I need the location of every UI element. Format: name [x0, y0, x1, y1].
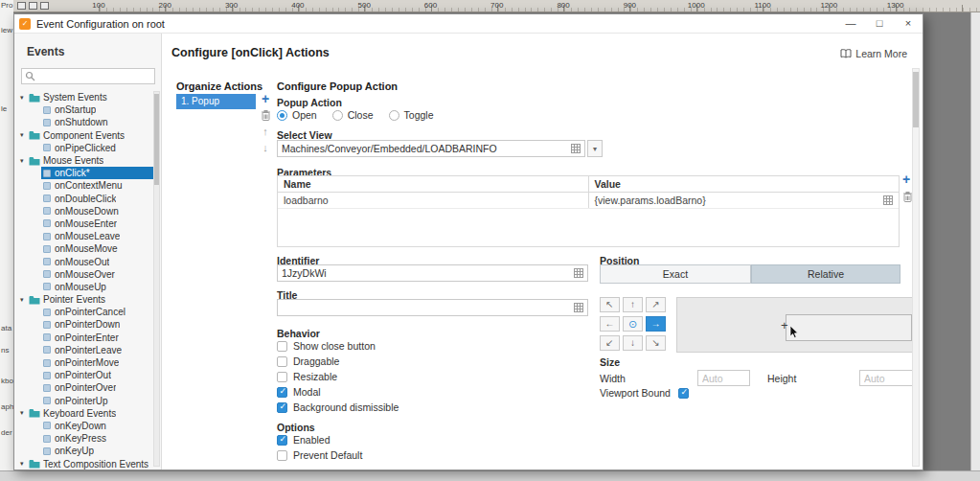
tree-item-onPointerLeave[interactable]: onPointerLeave — [41, 344, 154, 356]
expand-arrow-icon[interactable]: ▾ — [20, 296, 29, 304]
position-down-left-button[interactable]: ↙ — [600, 335, 620, 351]
tree-item-onShutdown[interactable]: onShutdown — [41, 116, 154, 128]
position-up-button[interactable]: ↑ — [623, 297, 643, 312]
tree-item-onContextMenu[interactable]: onContextMenu — [41, 179, 154, 192]
tree-item-KeyboardEvents[interactable]: ▾Keyboard Events — [14, 407, 154, 420]
tree-item-onKeyDown[interactable]: onKeyDown — [41, 420, 154, 432]
expand-arrow-icon[interactable]: ▾ — [20, 94, 29, 102]
events-tree-scrollbar[interactable] — [153, 91, 160, 467]
designer-status-strip — [0, 470, 980, 481]
tree-item-onPointerMove[interactable]: onPointerMove — [41, 356, 154, 369]
tree-item-PointerEvents[interactable]: ▾Pointer Events — [14, 293, 154, 306]
delete-action-button[interactable] — [262, 110, 270, 121]
parameter-value-cell[interactable]: {view.params.loadBarno} — [589, 193, 900, 208]
tree-item-onMouseMove[interactable]: onMouseMove — [41, 242, 154, 255]
event-leaf-icon — [43, 106, 51, 114]
identifier-binding-icon[interactable] — [574, 268, 583, 278]
expand-arrow-icon[interactable]: ▾ — [20, 131, 29, 139]
height-input[interactable] — [859, 370, 913, 386]
tree-item-onPointerDown[interactable]: onPointerDown — [41, 318, 154, 331]
value-binding-icon[interactable] — [883, 195, 893, 205]
position-down-right-button[interactable]: ↘ — [646, 335, 666, 351]
tree-item-onStartup[interactable]: onStartup — [41, 103, 154, 116]
dialog-titlebar[interactable]: ✓ Event Configuration on root — □ × — [14, 14, 923, 34]
tree-item-onMouseOut[interactable]: onMouseOut — [41, 255, 154, 267]
position-mode-exact[interactable]: Exact — [600, 264, 751, 284]
events-search[interactable] — [21, 68, 155, 84]
behavior-show-close-button[interactable]: Show close button — [277, 338, 399, 354]
width-input[interactable] — [697, 370, 750, 386]
move-down-button[interactable]: ↓ — [262, 142, 268, 153]
title-input[interactable] — [282, 302, 570, 313]
select-view-field[interactable]: Machines/Conveyor/Embedded/LOADBARINFO — [277, 140, 585, 157]
minimize-button[interactable]: — — [836, 14, 865, 33]
tree-item-onPointerEnter[interactable]: onPointerEnter — [41, 332, 154, 344]
tree-item-TextCompositionEvents[interactable]: ▾Text Composition Events — [14, 457, 154, 470]
main-scrollbar[interactable] — [912, 68, 920, 467]
position-mode-relative[interactable]: Relative — [751, 264, 900, 284]
tree-item-onClick[interactable]: onClick* — [41, 167, 154, 179]
delete-parameter-button[interactable] — [903, 192, 912, 202]
tree-item-onPipeClicked[interactable]: onPipeClicked — [41, 142, 154, 154]
main-scrollbar-thumb[interactable] — [913, 72, 919, 127]
position-center-button[interactable]: ⊙ — [623, 316, 643, 332]
grid-view-icon[interactable] — [29, 2, 37, 10]
behavior-resizable[interactable]: Resizable — [277, 369, 399, 384]
tree-item-onMouseEnter[interactable]: onMouseEnter — [41, 218, 154, 230]
parameter-name-cell[interactable]: loadbarno — [278, 193, 589, 208]
radio-icon — [277, 110, 287, 121]
viewport-bound-checkbox[interactable] — [678, 388, 689, 399]
action-item-1[interactable]: 1. Popup — [176, 94, 256, 109]
tree-item-onPointerCancel[interactable]: onPointerCancel — [41, 306, 154, 318]
add-action-button[interactable]: + — [262, 93, 269, 105]
scrollbar-thumb[interactable] — [154, 94, 159, 185]
tree-item-onKeyPress[interactable]: onKeyPress — [41, 432, 154, 445]
tree-item-onMouseLeave[interactable]: onMouseLeave — [41, 230, 154, 242]
move-up-button[interactable]: ↑ — [262, 126, 268, 137]
zoom-icon[interactable] — [40, 2, 49, 10]
title-field[interactable] — [277, 299, 588, 316]
tree-item-ComponentEvents[interactable]: ▾Component Events — [14, 129, 154, 142]
maximize-button[interactable]: □ — [865, 14, 894, 33]
position-left-button[interactable]: ← — [600, 316, 620, 332]
menu-icon[interactable] — [17, 2, 26, 10]
tree-item-MouseEvents[interactable]: ▾Mouse Events — [14, 154, 154, 167]
radio-option-toggle[interactable]: Toggle — [389, 109, 434, 121]
tree-item-onMouseOver[interactable]: onMouseOver — [41, 268, 154, 281]
tree-item-onKeyUp[interactable]: onKeyUp — [41, 445, 154, 457]
behavior-modal[interactable]: Modal — [277, 384, 399, 400]
option-enabled[interactable]: Enabled — [277, 432, 362, 447]
close-button[interactable]: × — [894, 14, 923, 33]
option-prevent-default[interactable]: Prevent Default — [277, 447, 362, 463]
position-modes: ExactRelative — [600, 264, 900, 284]
title-binding-icon[interactable] — [574, 303, 583, 312]
learn-more-link[interactable]: Learn More — [840, 48, 907, 59]
add-parameter-button[interactable]: + — [902, 173, 910, 186]
expand-arrow-icon[interactable]: ▾ — [20, 157, 29, 165]
view-binding-icon[interactable] — [571, 144, 581, 153]
viewport-bound-row[interactable]: Viewport Bound — [600, 387, 689, 399]
tree-item-onMouseDown[interactable]: onMouseDown — [41, 205, 154, 218]
select-view-dropdown-button[interactable]: ▾ — [587, 140, 603, 157]
position-down-button[interactable]: ↓ — [623, 335, 643, 351]
position-right-button[interactable]: → — [646, 316, 666, 332]
radio-option-close[interactable]: Close — [332, 109, 374, 121]
expand-arrow-icon[interactable]: ▾ — [20, 409, 29, 417]
tree-item-SystemEvents[interactable]: ▾System Events — [14, 91, 154, 103]
search-input[interactable] — [38, 71, 151, 81]
tree-item-onPointerOut[interactable]: onPointerOut — [41, 369, 154, 381]
radio-option-open[interactable]: Open — [277, 109, 317, 121]
tree-item-onDoubleClick[interactable]: onDoubleClick — [41, 193, 154, 205]
position-up-right-button[interactable]: ↗ — [646, 297, 666, 312]
event-leaf-icon — [43, 219, 51, 227]
behavior-background-dismissible[interactable]: Background dismissible — [277, 400, 399, 415]
position-up-left-button[interactable]: ↖ — [600, 297, 620, 312]
expand-arrow-icon[interactable]: ▾ — [20, 460, 29, 468]
behavior-draggable[interactable]: Draggable — [277, 354, 399, 369]
tree-item-onPointerOver[interactable]: onPointerOver — [41, 381, 154, 394]
tree-item-onMouseUp[interactable]: onMouseUp — [41, 281, 154, 293]
tree-item-onPointerUp[interactable]: onPointerUp — [41, 395, 154, 407]
identifier-field[interactable] — [277, 264, 588, 282]
event-leaf-icon — [43, 207, 51, 215]
identifier-input[interactable] — [282, 267, 570, 279]
